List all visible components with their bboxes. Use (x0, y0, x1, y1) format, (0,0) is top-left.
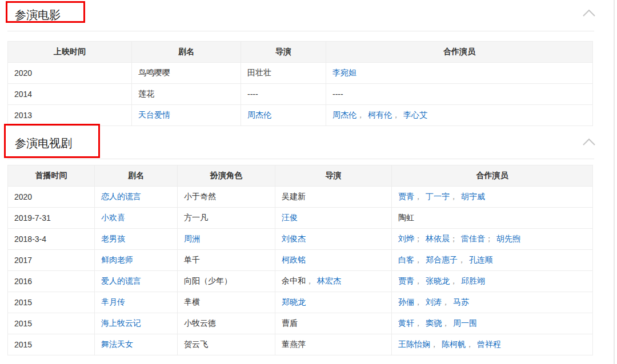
page-right-border (614, 0, 615, 364)
table-cell: 田壮壮 (241, 63, 326, 84)
table-cell: 汪俊 (275, 208, 392, 229)
entity-link[interactable]: 爱人的谎言 (101, 276, 141, 285)
cell-text: 小于奇然 (184, 192, 216, 201)
entity-link[interactable]: 孙俪 (398, 297, 414, 306)
entity-link[interactable]: 李心艾 (403, 110, 427, 119)
entity-link[interactable]: 柯政铭 (282, 255, 306, 264)
entity-link[interactable]: 郑合惠子 (426, 255, 458, 264)
table-cell: 2014 (8, 84, 132, 105)
cell-text: 单千 (184, 255, 200, 264)
entity-link[interactable]: 海上牧云记 (101, 318, 141, 327)
separator: ， (356, 110, 364, 119)
separator: ， (414, 192, 422, 201)
separator: ， (450, 276, 458, 285)
baike-content-page: 参演电影 上映时间剧名导演合作演员2020鸟鸣嘤嘤田壮壮李宛妲2014莲花---… (0, 0, 617, 364)
entity-link[interactable]: 邱胜翊 (461, 276, 485, 285)
entity-link[interactable]: 柯有伦 (368, 110, 392, 119)
entity-link[interactable]: 林依晨 (426, 234, 450, 243)
cell-text: 方一凡 (184, 213, 208, 222)
table-cell: 董燕萍 (275, 334, 392, 355)
entity-link[interactable]: 王陈怡娴 (398, 339, 430, 349)
cell-text: ---- (247, 90, 258, 99)
entity-link[interactable]: 周一围 (453, 318, 477, 327)
cell-text: 2013 (14, 111, 32, 120)
tv-series-table: 首播时间剧名扮演角色导演合作演员2020恋人的谎言小于奇然吴建新贾青，丁一宇，胡… (7, 165, 593, 355)
entity-link[interactable]: 刘涛 (426, 297, 442, 306)
entity-link[interactable]: 舞法天女 (101, 339, 133, 349)
entity-link[interactable]: 恋人的谎言 (101, 192, 141, 201)
cell-text: 2015 (14, 340, 32, 349)
cell-text: 2019-7-31 (14, 213, 51, 223)
entity-link[interactable]: 刘俊杰 (282, 234, 306, 243)
entity-link[interactable]: 刘烨 (398, 234, 414, 243)
cell-text: 2020 (14, 192, 32, 201)
separator: ； (414, 234, 422, 243)
entity-link[interactable]: 曾祥程 (477, 339, 501, 349)
separator: ， (414, 297, 422, 306)
collapse-section-movies-button[interactable] (582, 9, 596, 19)
column-header: 扮演角色 (178, 165, 275, 187)
entity-link[interactable]: 胡宇威 (461, 192, 485, 201)
separator: ， (414, 276, 422, 285)
entity-link[interactable]: 黄轩 (398, 318, 414, 327)
column-header: 剧名 (132, 42, 241, 63)
entity-link[interactable]: 雷佳音 (461, 234, 485, 243)
cell-text: 吴建新 (282, 192, 306, 201)
column-header: 上映时间 (8, 42, 132, 63)
collapse-section-tv-series-button[interactable] (582, 137, 596, 148)
entity-link[interactable]: 汪俊 (282, 213, 298, 222)
entity-link[interactable]: 马苏 (453, 297, 469, 306)
entity-link[interactable]: 老男孩 (101, 234, 125, 243)
table-cell: 2015 (8, 313, 95, 334)
section-title-tv-series: 参演电视剧 (15, 136, 72, 151)
table-row: 2015芈月传芈横郑晓龙孙俪，刘涛，马苏 (8, 292, 593, 313)
entity-link[interactable]: 鲜肉老师 (101, 255, 133, 264)
entity-link[interactable]: 贾青 (398, 276, 414, 285)
entity-link[interactable]: 周杰伦 (332, 110, 356, 119)
entity-link[interactable]: 林宏杰 (317, 276, 341, 285)
cell-text: ---- (332, 90, 343, 99)
table-cell: 曹盾 (275, 313, 392, 334)
entity-link[interactable]: 贾青 (398, 192, 414, 201)
entity-link[interactable]: 丁一宇 (426, 192, 450, 201)
cell-text: 2016 (14, 277, 32, 286)
entity-link[interactable]: 芈月传 (101, 297, 125, 306)
table-cell: 小于奇然 (178, 187, 275, 208)
entity-link[interactable]: 陈柯帆 (442, 339, 466, 349)
table-cell: 爱人的谎言 (95, 271, 178, 292)
table-row: 2019-7-31小欢喜方一凡汪俊陶虹 (8, 208, 593, 229)
entity-link[interactable]: 孔连顺 (469, 255, 493, 264)
separator: ， (392, 110, 400, 119)
entity-link[interactable]: 小欢喜 (101, 213, 125, 222)
table-cell: 贾青，丁一宇，胡宇威 (392, 187, 593, 208)
separator: ， (442, 318, 450, 327)
table-row: 2014莲花-------- (8, 84, 593, 105)
cell-text: 向阳（少年） (184, 276, 232, 285)
section-title-movies: 参演电影 (15, 7, 61, 22)
entity-link[interactable]: 周洲 (184, 234, 200, 243)
entity-link[interactable]: 周杰伦 (247, 110, 271, 119)
table-cell: 2015 (8, 292, 95, 313)
table-row: 2017鲜肉老师单千柯政铭白客，郑合惠子，孔连顺 (8, 250, 593, 271)
table-cell: 2016 (8, 271, 95, 292)
cell-text: 2020 (14, 68, 32, 78)
entity-link[interactable]: 白客 (398, 255, 414, 264)
entity-link[interactable]: 郑晓龙 (282, 297, 306, 306)
table-cell: 柯政铭 (275, 250, 392, 271)
table-cell: 刘烨；林依晨；雷佳音；胡先煦 (392, 229, 593, 250)
separator: ， (466, 339, 474, 349)
table-cell: 芈横 (178, 292, 275, 313)
entity-link[interactable]: 胡先煦 (496, 234, 520, 243)
header-row: 首播时间剧名扮演角色导演合作演员 (8, 165, 593, 187)
column-header: 导演 (241, 42, 326, 63)
table-cell: 2015 (8, 334, 95, 355)
entity-link[interactable]: 窦骁 (426, 318, 442, 327)
entity-link[interactable]: 李宛妲 (332, 68, 356, 77)
entity-link[interactable]: 天台爱情 (138, 110, 170, 119)
entity-link[interactable]: 张晓龙 (426, 276, 450, 285)
table-cell: 2017 (8, 250, 95, 271)
cell-text: 2017 (14, 256, 32, 265)
chevron-up-icon (582, 9, 596, 19)
header-row: 上映时间剧名导演合作演员 (8, 42, 593, 63)
table-cell: 恋人的谎言 (95, 187, 178, 208)
